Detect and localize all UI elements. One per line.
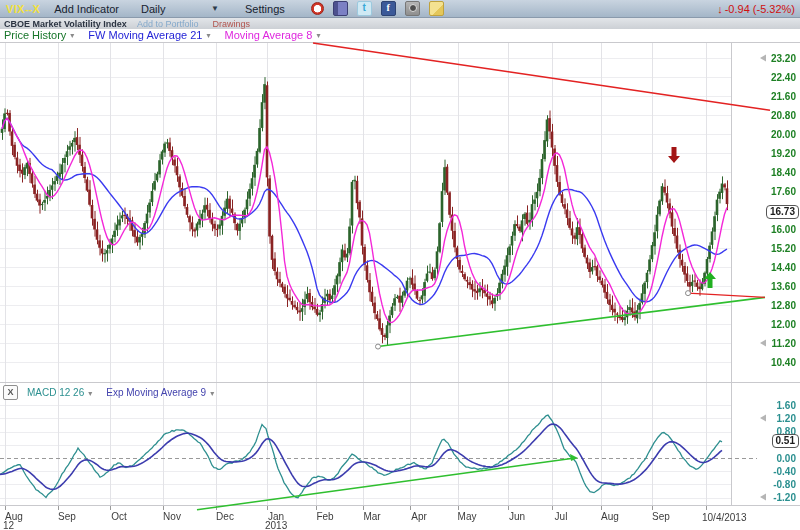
indicator-label: Exp Moving Average 9: [106, 387, 206, 398]
indicator-ma21[interactable]: FW Moving Average 21 ▾: [88, 29, 220, 41]
settings-button[interactable]: Settings: [245, 3, 285, 15]
drawings-link[interactable]: Drawings: [212, 19, 250, 29]
app-window: VIX--X Add Indicator Daily ▼ Settings ↓ …: [0, 0, 800, 530]
indicator-label: Price History: [4, 29, 66, 41]
subbar: CBOE Market Volatility Index Add to Port…: [0, 18, 800, 29]
last-price-box: 16.73: [766, 205, 799, 219]
toolbar-icons: [311, 1, 444, 16]
symbol-tab[interactable]: VIX--X: [6, 3, 40, 15]
close-macd-button[interactable]: X: [3, 385, 18, 400]
interval-value: Daily: [141, 3, 165, 15]
chevron-down-icon: ▼: [211, 4, 219, 13]
chevron-down-icon: ▾: [316, 31, 320, 40]
facebook-icon[interactable]: [381, 1, 396, 16]
journal-icon[interactable]: [333, 1, 348, 16]
macd-header: X MACD 12 26 ▾ Exp Moving Average 9 ▾: [3, 385, 228, 400]
interval-select[interactable]: Daily ▼: [141, 3, 219, 15]
chevron-down-icon: ▾: [207, 31, 211, 40]
chart-canvas[interactable]: [0, 0, 800, 530]
indicator-label: Moving Average 8: [225, 29, 313, 41]
twitter-icon[interactable]: [357, 1, 372, 16]
toolbar: VIX--X Add Indicator Daily ▼ Settings ↓ …: [0, 0, 800, 18]
indicator-macd[interactable]: MACD 12 26 ▾: [27, 387, 102, 398]
indicator-label: MACD 12 26: [27, 387, 84, 398]
note-icon[interactable]: [429, 1, 444, 16]
macd-value-box: 0.51: [772, 434, 799, 448]
symbol-description: CBOE Market Volatility Index: [4, 19, 127, 29]
indicator-ema9[interactable]: Exp Moving Average 9 ▾: [106, 387, 224, 398]
add-to-portfolio-link[interactable]: Add to Portfolio: [137, 19, 199, 29]
price-change: ↓ -0.94 (-5.32%): [717, 3, 795, 15]
alerts-icon[interactable]: [311, 2, 324, 15]
down-arrow-icon: ↓: [717, 3, 723, 15]
chevron-down-icon: ▾: [88, 389, 92, 398]
add-indicator-button[interactable]: Add Indicator: [54, 3, 119, 15]
chevron-down-icon: ▾: [70, 31, 74, 40]
indicator-price-history[interactable]: Price History ▾: [4, 29, 84, 41]
indicator-ma8[interactable]: Moving Average 8 ▾: [225, 29, 331, 41]
price-indicator-row: Price History ▾ FW Moving Average 21 ▾ M…: [4, 29, 340, 41]
indicator-label: FW Moving Average 21: [88, 29, 202, 41]
change-value: -0.94 (-5.32%): [725, 3, 795, 15]
chevron-down-icon: ▾: [210, 389, 214, 398]
camera-icon[interactable]: [405, 1, 420, 16]
